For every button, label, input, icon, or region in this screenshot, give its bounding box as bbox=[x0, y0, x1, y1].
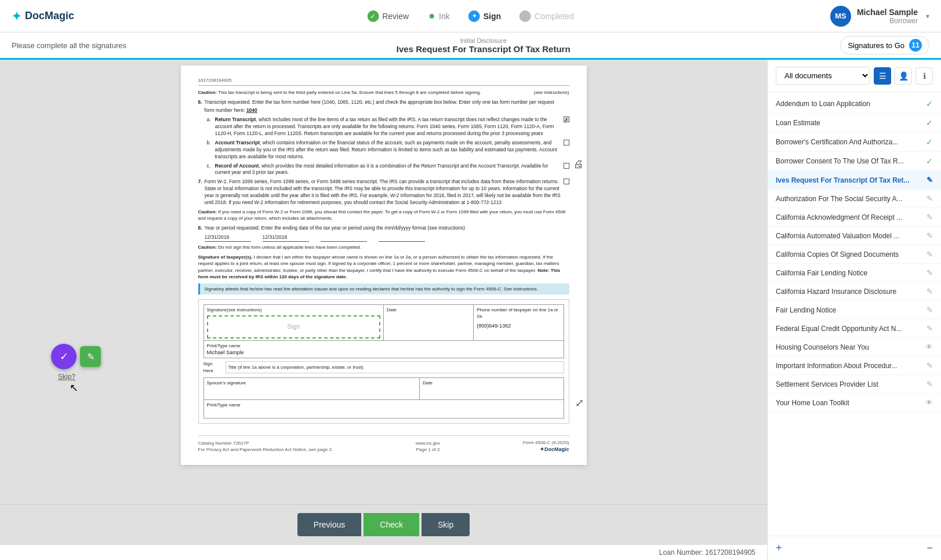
sidebar-list-item[interactable]: Addendum to Loan Application✓ bbox=[768, 94, 941, 114]
sig-cell: Signature(see instructions) Sign bbox=[204, 305, 384, 341]
sign-section: Signature(see instructions) Sign Date Ph… bbox=[198, 299, 569, 424]
sidebar-list-item[interactable]: Ives Request For Transcript Of Tax Ret..… bbox=[768, 171, 941, 190]
eye-icon: 👁 bbox=[925, 398, 933, 407]
step-completed[interactable]: Completed bbox=[519, 10, 574, 22]
sidebar-person-icon[interactable]: 👤 bbox=[895, 67, 912, 85]
sidebar-list-item[interactable]: California Acknowledgment Of Receipt ...… bbox=[768, 208, 941, 227]
doc-title: Ives Request For Transcript Of Tax Retur… bbox=[126, 44, 840, 54]
step-sign-icon: ✦ bbox=[468, 10, 480, 22]
nav-steps: ✓ Review Ink ✦ Sign Completed bbox=[367, 10, 574, 22]
sidebar-list-item[interactable]: California Copies Of Signed Documents✎ bbox=[768, 245, 941, 264]
sig-declaration: Signature of taxpayer(s). I declare that… bbox=[198, 254, 569, 280]
spouse-sig-cell: Spouse's signature bbox=[204, 377, 420, 399]
signatures-badge[interactable]: Signatures to Go 11 bbox=[840, 36, 929, 54]
sidebar-list-item[interactable]: Your Home Loan Toolkit👁 bbox=[768, 394, 941, 412]
doc-page: 1617208194905 Caution: This tax transcri… bbox=[181, 66, 587, 465]
expand-icon[interactable]: ⤢ bbox=[575, 397, 584, 409]
skip-label-overlay[interactable]: Skip? bbox=[58, 373, 75, 381]
sidebar-doc-list: Addendum to Loan Application✓Loan Estima… bbox=[768, 92, 941, 536]
sidebar-list-item[interactable]: Borrower's Certification And Authoriza..… bbox=[768, 133, 941, 152]
logo-text: DocMagic bbox=[25, 10, 74, 22]
check-button[interactable]: Check bbox=[364, 513, 419, 536]
skip-button[interactable]: Skip bbox=[422, 513, 470, 536]
sidebar-list-item[interactable]: Housing Counselors Near You👁 bbox=[768, 338, 941, 357]
check-icon: ✓ bbox=[926, 118, 933, 128]
sidebar-add-button[interactable]: + bbox=[776, 542, 782, 554]
check-icon: ✓ bbox=[926, 137, 933, 147]
sidebar-item-label: California Fair Lending Notice bbox=[776, 269, 923, 277]
sidebar-list-item[interactable]: Loan Estimate✓ bbox=[768, 114, 941, 133]
sidebar-item-label: Settlement Services Provider List bbox=[776, 380, 923, 388]
loan-number: Loan Number: 1617208194905 bbox=[659, 548, 755, 557]
sidebar-list-item[interactable]: Authorization For The Social Security A.… bbox=[768, 190, 941, 208]
user-name: Michael Sample bbox=[857, 8, 918, 17]
doc-subtitle: Initial Disclosure bbox=[126, 37, 840, 44]
doc-footer: Catalog Number 72627P For Privacy Act an… bbox=[198, 435, 569, 453]
attestation-banner: Signatory attests that he/she has read t… bbox=[198, 283, 569, 294]
edit-icon: ✎ bbox=[927, 324, 933, 333]
doc-select-dropdown[interactable]: All documents bbox=[776, 67, 870, 85]
step-ink[interactable]: Ink bbox=[427, 12, 450, 21]
sidebar-info-icon[interactable]: ℹ bbox=[915, 67, 933, 85]
signatures-label: Signatures to Go bbox=[848, 41, 904, 50]
sidebar-list-item[interactable]: California Fair Lending Notice✎ bbox=[768, 264, 941, 282]
step-review-label: Review bbox=[382, 12, 409, 21]
section-7: 7. Form W-2, Form 1099 series, Form 1098… bbox=[198, 179, 569, 206]
date-cell: Date bbox=[384, 305, 474, 341]
checkbox-7[interactable] bbox=[564, 179, 569, 184]
spouse-date-cell: Date bbox=[420, 377, 564, 399]
subheader-message: Please complete all the signatures bbox=[12, 41, 126, 50]
sidebar-list-item[interactable]: Fair Lending Notice✎ bbox=[768, 301, 941, 319]
item-c: c. Record of Account, which provides the… bbox=[207, 163, 569, 177]
sidebar: All documents ☰ 👤 ℹ Addendum to Loan App… bbox=[767, 60, 941, 560]
doc-scroll[interactable]: 1617208194905 Caution: This tax transcri… bbox=[0, 60, 767, 504]
green-sig-icon[interactable]: ✎ bbox=[80, 346, 101, 367]
purple-check-icon[interactable]: ✓ bbox=[51, 344, 77, 369]
signature-table: Signature(see instructions) Sign Date Ph… bbox=[204, 304, 564, 358]
edit-icon: ✎ bbox=[927, 194, 933, 203]
step-review[interactable]: ✓ Review bbox=[367, 10, 409, 22]
sign-button[interactable]: Sign bbox=[207, 315, 381, 338]
sidebar-item-label: California Automated Valuation Model ... bbox=[776, 232, 923, 240]
eye-icon: 👁 bbox=[925, 343, 933, 351]
avatar: MS bbox=[830, 6, 851, 27]
print-name-row: Print/Type name Michael Sample bbox=[204, 340, 564, 358]
sidebar-item-label: California Acknowledgment Of Receipt ... bbox=[776, 213, 923, 221]
sidebar-list-item[interactable]: California Hazard Insurance Disclosure✎ bbox=[768, 282, 941, 301]
chevron-down-icon[interactable]: ▾ bbox=[926, 12, 929, 20]
spouse-print-cell: Print/Type name bbox=[204, 400, 564, 419]
edit-icon: ✎ bbox=[927, 268, 933, 277]
sidebar-doc-icon[interactable]: ☰ bbox=[874, 67, 891, 85]
print-icon[interactable]: 🖨 bbox=[573, 158, 584, 170]
logo: ✦ DocMagic bbox=[12, 9, 74, 23]
signatures-count: 11 bbox=[909, 39, 922, 52]
step-review-icon: ✓ bbox=[367, 10, 379, 22]
user-area[interactable]: MS Michael Sample Borrower ▾ bbox=[830, 6, 929, 27]
user-info: Michael Sample Borrower bbox=[857, 8, 918, 25]
main-layout: 🖨 ⤢ 1617208194905 Caution: This tax tran… bbox=[0, 60, 941, 560]
sidebar-item-label: California Copies Of Signed Documents bbox=[776, 250, 923, 259]
sidebar-header: All documents ☰ 👤 ℹ bbox=[768, 60, 941, 92]
sidebar-item-label: California Hazard Insurance Disclosure bbox=[776, 288, 923, 296]
checkbox-b[interactable] bbox=[564, 140, 569, 146]
step-sign[interactable]: ✦ Sign bbox=[468, 10, 501, 22]
sidebar-list-item[interactable]: Settlement Services Provider List✎ bbox=[768, 375, 941, 394]
sidebar-list-item[interactable]: California Automated Valuation Model ...… bbox=[768, 227, 941, 245]
sidebar-list-item[interactable]: Important Information About Procedur...✎ bbox=[768, 357, 941, 375]
sidebar-bottom: + − bbox=[768, 536, 941, 560]
subheader: Please complete all the signatures Initi… bbox=[0, 32, 941, 60]
checkbox-c[interactable] bbox=[564, 163, 569, 169]
sidebar-list-item[interactable]: Borrower Consent To The Use Of Tax R...✓ bbox=[768, 152, 941, 171]
item-a: a. Return Transcript, which includes mos… bbox=[207, 117, 569, 137]
edit-icon: ✎ bbox=[927, 213, 933, 221]
caution-1: Caution: This tax transcript is being se… bbox=[198, 89, 569, 96]
edit-icon: ✎ bbox=[927, 231, 933, 240]
previous-button[interactable]: Previous bbox=[297, 513, 361, 536]
edit-icon: ✎ bbox=[927, 361, 933, 370]
sidebar-item-label: Federal Equal Credit Opportunity Act N..… bbox=[776, 325, 923, 333]
step-ink-dot bbox=[430, 14, 434, 19]
checkbox-a[interactable]: ✗ bbox=[564, 117, 569, 122]
sidebar-list-item[interactable]: Federal Equal Credit Opportunity Act N..… bbox=[768, 319, 941, 338]
spouse-table: Spouse's signature Date Print/Type name bbox=[204, 377, 564, 419]
sidebar-minus-button[interactable]: − bbox=[927, 542, 933, 554]
